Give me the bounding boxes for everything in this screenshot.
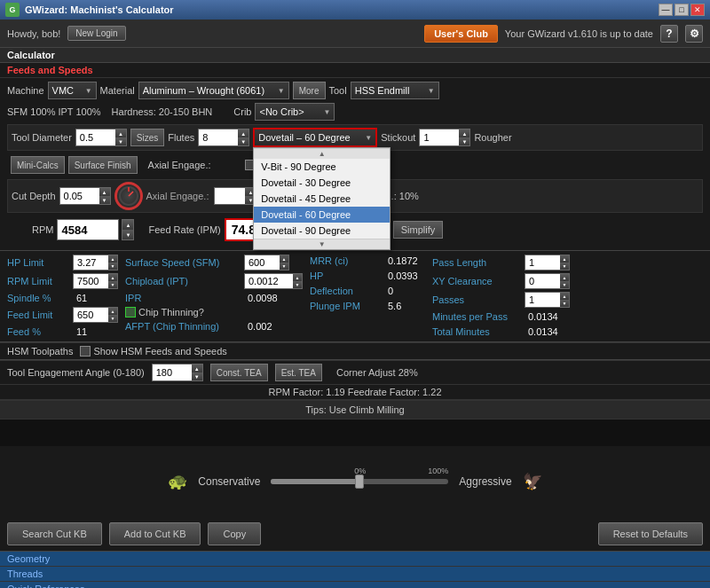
cut-depth-label: Cut Depth [12,191,56,201]
crib-dropdown[interactable]: <No Crib> ▼ [255,103,335,121]
axial-engage-input[interactable]: ▲ ▼ [214,187,256,205]
xy-clearance-input[interactable]: 0 ▲ ▼ [525,273,570,289]
add-to-cut-kb-button[interactable]: Add to Cut KB [109,522,201,545]
tea-input[interactable]: 180 ▲ ▼ [152,364,203,381]
pass-length-input[interactable]: 1 ▲ ▼ [525,255,570,270]
stickout-spin-down[interactable]: ▼ [459,137,469,145]
slider-fill [271,479,359,484]
ipr-label: IPR [125,293,241,303]
tea-section: Tool Engagement Angle (0-180) 180 ▲ ▼ Co… [0,360,710,384]
plunge-ipm-value: 5.6 [384,300,405,312]
users-club-button[interactable]: User's Club [424,25,498,43]
machine-dropdown[interactable]: VMC ▼ [48,82,97,99]
chip-thinning-checkbox[interactable] [125,307,136,318]
chipload-spin-up[interactable]: ▲ [293,274,302,281]
mini-calcs-button[interactable]: Mini-Calcs [11,156,65,174]
feed-limit-input[interactable]: 650 ▲ ▼ [73,307,118,323]
cut-depth-input[interactable]: 0.05 ▲ ▼ [59,187,111,205]
rpm-limit-input[interactable]: 7500 ▲ ▼ [73,273,118,289]
passes-spin-up[interactable]: ▲ [560,293,569,300]
show-hsm-container[interactable]: Show HSM Feeds and Speeds [80,346,226,357]
version-text: Your GWizard v1.610 is up to date [505,28,653,39]
search-cut-kb-button[interactable]: Search Cut KB [7,522,102,545]
sizes-button[interactable]: Sizes [130,129,164,146]
ipr-value: 0.0098 [244,292,281,304]
maximize-button[interactable]: □ [674,4,689,16]
simplify-button[interactable]: Simplify [393,221,444,239]
pass-len-spin-up[interactable]: ▲ [560,255,569,263]
hsm-toolpaths-label: HSM Toolpaths [7,346,73,357]
new-login-button[interactable]: New Login [67,26,125,41]
tool-type-dropdown[interactable]: Dovetail – 60 Degree ▼ [253,128,377,147]
tea-spin-up[interactable]: ▲ [192,365,202,372]
corner-adjust-text: Corner Adjust 28% [336,367,418,378]
hp-limit-input[interactable]: 3.27 ▲ ▼ [73,255,118,270]
copy-button[interactable]: Copy [208,522,261,545]
scroll-down-arrow[interactable]: ▼ [254,239,390,249]
flutes-spin-down[interactable]: ▼ [238,137,248,145]
close-button[interactable]: ✕ [690,4,705,16]
cut-depth-spin-up[interactable]: ▲ [99,188,110,196]
hp-spin-up[interactable]: ▲ [108,255,117,263]
spindle-label: Spindle % [7,293,69,303]
minimize-button[interactable]: — [659,4,673,16]
scroll-up-arrow[interactable]: ▲ [254,148,390,159]
diameter-spin-down[interactable]: ▼ [115,137,126,145]
passes-spin-down[interactable]: ▼ [560,300,569,307]
feed-limit-spin-up[interactable]: ▲ [108,308,117,315]
tea-spin-down[interactable]: ▼ [192,372,202,380]
rpm-spin-up[interactable]: ▲ [122,220,133,230]
surface-speed-input[interactable]: 600 ▲ ▼ [244,255,289,270]
option-dovetail-60[interactable]: Dovetail - 60 Degree [254,207,390,223]
tool-dropdown[interactable]: HSS Endmill ▼ [351,82,439,99]
sfm-spin-down[interactable]: ▼ [280,263,288,270]
flutes-spin-up[interactable]: ▲ [238,129,248,137]
xy-spin-up[interactable]: ▲ [560,274,569,281]
nav-threads-label: Threads [7,568,43,579]
settings-button[interactable]: ⚙ [685,25,703,43]
rpm-limit-spin-up[interactable]: ▲ [108,274,117,281]
rpm-spin-down[interactable]: ▼ [122,230,133,239]
mrr-label: MRR (ci) [310,255,381,266]
chip-thinning-container[interactable]: Chip Thinning? [125,307,204,318]
option-dovetail-30[interactable]: Dovetail - 30 Degree [254,175,390,191]
option-vbit-90[interactable]: V-Bit - 90 Degree [254,159,390,175]
more-button[interactable]: More [293,82,326,99]
feed-rate-label: Feed Rate (IPM) [148,224,220,235]
tool-diameter-input[interactable]: 0.5 ▲ ▼ [75,129,127,146]
nav-quick-references-label: Quick References [7,584,84,588]
nav-geometry-label: Geometry [7,553,50,564]
material-dropdown[interactable]: Aluminum – Wrought (6061) ▼ [138,82,289,99]
material-label: Material [100,85,135,96]
feed-limit-spin-down[interactable]: ▼ [108,315,117,322]
help-button[interactable]: ? [660,25,678,43]
option-dovetail-45[interactable]: Dovetail - 45 Degree [254,191,390,207]
stickout-input[interactable]: 1 ▲ ▼ [419,129,470,146]
nav-geometry[interactable]: Geometry [0,552,710,567]
show-hsm-checkbox[interactable] [80,346,91,357]
flutes-input[interactable]: 8 ▲ ▼ [198,129,249,146]
nav-threads[interactable]: Threads [0,567,710,582]
tool-type-container: Dovetail – 60 Degree ▼ ▲ V-Bit - 90 Degr… [253,128,377,147]
hp-spin-down[interactable]: ▼ [108,263,117,270]
option-dovetail-90[interactable]: Dovetail - 90 Degree [254,223,390,239]
surface-finish-button[interactable]: Surface Finish [68,156,138,174]
chipload-input[interactable]: 0.0012 ▲ ▼ [244,273,303,289]
est-tea-button[interactable]: Est. TEA [275,364,322,381]
slider-thumb[interactable] [355,474,364,489]
pass-len-spin-down[interactable]: ▼ [560,263,569,270]
axial-engage-value-label: Axial Engage.: [146,191,209,201]
rpm-limit-spin-down[interactable]: ▼ [108,281,117,288]
slider-track[interactable] [271,479,448,484]
diameter-spin-up[interactable]: ▲ [115,129,126,137]
stickout-spin-up[interactable]: ▲ [459,129,469,137]
xy-spin-down[interactable]: ▼ [560,281,569,288]
nav-quick-references[interactable]: Quick References [0,582,710,588]
chipload-spin-down[interactable]: ▼ [293,281,302,288]
cut-depth-spin-down[interactable]: ▼ [99,196,110,204]
const-tea-button[interactable]: Const. TEA [210,364,268,381]
slider-container[interactable]: 0% 100% [271,479,448,484]
reset-defaults-button[interactable]: Reset to Defaults [598,522,703,545]
passes-input[interactable]: 1 ▲ ▼ [525,292,570,308]
sfm-spin-up[interactable]: ▲ [280,255,288,263]
